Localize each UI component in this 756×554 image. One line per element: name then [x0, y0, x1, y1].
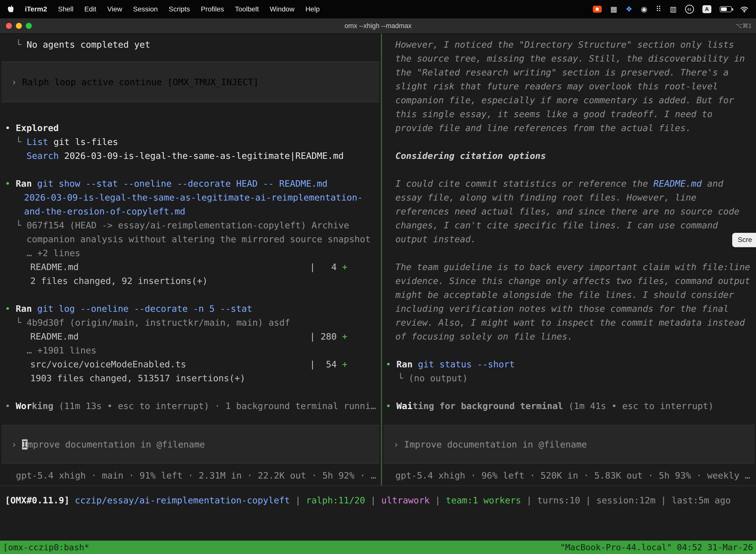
explored-title: Explored — [16, 123, 59, 133]
commit-message: 067f154 (HEAD -> essay/ai-reimplementati… — [26, 220, 349, 230]
input-source-icon[interactable]: A — [702, 5, 711, 13]
menu-shell[interactable]: Shell — [58, 5, 73, 13]
ralph-progress: ralph:11/20 — [306, 495, 365, 505]
waiting-status-line: • Waiting for background terminal (1m 41… — [382, 399, 756, 413]
waiting-shimmer: Wai — [396, 401, 413, 411]
list-command-line: └ List git ls-files — [0, 135, 381, 149]
reasoning-line: However, I noticed the "Directory Struct… — [382, 38, 756, 52]
log-commit-line: └ 4b9d30f (origin/main, instructkr/main,… — [0, 316, 381, 330]
reasoning-paragraph-1: However, I noticed the "Directory Struct… — [382, 38, 756, 135]
blue-app-icon[interactable]: ❖ — [626, 5, 632, 13]
model-status-left: gpt-5.4 xhigh · main · 91% left · 2.31M … — [0, 468, 381, 483]
tmux-host-time-label: "MacBook-Pro-44.local" 04:52 31-Mar-26 — [560, 542, 753, 552]
screen-recording-indicator[interactable] — [593, 6, 602, 13]
commit-line-cont: companion analysis without altering the … — [0, 232, 381, 246]
menu-view[interactable]: View — [107, 5, 122, 13]
reasoning-line: slight risk that future readers may over… — [382, 79, 756, 93]
screen-share-tooltip[interactable]: Scre — [732, 233, 756, 247]
waiting-label: ting for background terminal — [413, 401, 563, 411]
reasoning-line: of focusing solely on file lines. — [382, 330, 756, 343]
tree-glyph: └ — [16, 137, 26, 147]
session-stats: turns:10 | session:12m | last:5m ago — [537, 495, 731, 505]
reasoning-line: provide file and line references from th… — [382, 121, 756, 135]
explored-header: • Explored — [0, 121, 381, 135]
ultrawork-mode: ultrawork — [381, 495, 430, 505]
battery-icon[interactable] — [720, 6, 732, 12]
ran-label: Ran — [16, 178, 37, 189]
menu-edit[interactable]: Edit — [84, 5, 96, 13]
window-hotkey-label: ⌥⌘1 — [736, 22, 756, 29]
search-args: 2026-03-09-is-legal-the-same-as-legitima… — [59, 151, 344, 161]
battery-percent-gauge-icon[interactable]: 61 — [685, 5, 694, 14]
reasoning-text: and — [702, 178, 723, 189]
git-log-command: git log --oneline --decorate -n 5 --stat — [37, 303, 252, 314]
diffstat-summary: 2 files changed, 92 insertions(+) — [0, 274, 381, 288]
omx-version: [OMX#0.11.9] — [5, 495, 69, 505]
reasoning-line: review. Also, I might want to inspect th… — [382, 316, 756, 330]
tmux-panes: └ No agents completed yet › Ralph loop a… — [0, 34, 756, 486]
menu-profiles[interactable]: Profiles — [201, 5, 224, 13]
tree-glyph: └ — [16, 220, 26, 230]
reasoning-paragraph-3: The team guideline is to back every impo… — [382, 260, 756, 343]
prompt-input-right[interactable]: › Improve documentation in @filename — [383, 425, 755, 464]
essay-filename-line2: and-the-erosion-of-copyleft.md — [0, 205, 381, 218]
ralph-loop-text: Ralph loop active continue [OMX_TMUX_INJ… — [22, 77, 259, 87]
reasoning-line: this single essay, it seems like a good … — [382, 107, 756, 121]
tree-glyph: └ — [16, 40, 26, 50]
no-output-text: (no output) — [408, 373, 467, 383]
menu-window[interactable]: Window — [270, 5, 295, 13]
waiting-detail: (1m 41s • esc to interrupt) — [563, 401, 713, 411]
commit-line: └ 067f154 (HEAD -> essay/ai-reimplementa… — [0, 218, 381, 232]
diffstat-plus: + — [342, 359, 348, 369]
search-command-line: Search 2026-03-09-is-legal-the-same-as-l… — [0, 149, 381, 163]
git-show-command: git show --stat --oneline --decorate HEA… — [37, 178, 327, 189]
ran-git-show-line: • Ran git show --stat --oneline --decora… — [0, 177, 381, 190]
apple-menu-icon[interactable] — [7, 5, 14, 13]
statusbar-divider — [0, 486, 756, 486]
list-action: List — [26, 137, 48, 147]
prompt-input-left[interactable]: › Improve documentation in @filename — [1, 425, 379, 464]
tmux-session-label: [omx-cczip0:bash* — [3, 542, 89, 552]
working-shimmer: Wor — [16, 401, 32, 411]
reasoning-text: I could cite commit statistics or refere… — [395, 178, 653, 189]
diffstat-plus: + — [342, 262, 348, 272]
menu-session[interactable]: Session — [133, 5, 158, 13]
diffstat-plus: + — [342, 331, 348, 341]
essay-filename-line1: 2026-03-09-is-legal-the-same-as-legitima… — [0, 190, 381, 205]
battery-percent-value: 61 — [688, 7, 692, 11]
reasoning-line: companion file, especially if more comme… — [382, 93, 756, 107]
menu-toolbelt[interactable]: Toolbelt — [235, 5, 259, 13]
right-terminal-pane[interactable]: However, I noticed the "Directory Struct… — [382, 34, 756, 486]
wifi-icon[interactable] — [740, 6, 749, 13]
grid-icon[interactable]: ▦ — [610, 5, 617, 13]
ran-label: Ran — [396, 359, 418, 369]
menu-scripts[interactable]: Scripts — [169, 5, 190, 13]
minimize-button[interactable] — [16, 23, 22, 29]
tmux-status-bar: [omx-cczip0:bash* "MacBook-Pro-44.local"… — [0, 541, 756, 554]
menu-iterm2[interactable]: iTerm2 — [25, 5, 47, 13]
bullet-icon: • — [5, 178, 16, 189]
zoom-button[interactable] — [26, 23, 32, 29]
reasoning-paragraph-2: essay file, along with finding root file… — [382, 190, 756, 246]
working-status-line: • Working (11m 13s • esc to interrupt) ·… — [0, 399, 381, 413]
log-commit-message: 4b9d30f (origin/main, instructkr/main, m… — [26, 318, 290, 328]
reasoning-line: the source tree, missing the essay. Stil… — [382, 52, 756, 65]
menu-help[interactable]: Help — [305, 5, 320, 13]
stats-icon[interactable]: ▥ — [670, 5, 677, 13]
window-title-bar[interactable]: omx --xhigh --madmax ⌥⌘1 — [0, 18, 756, 34]
working-detail: (11m 13s • esc to interrupt) · 1 backgro… — [53, 401, 376, 411]
battery-fill — [721, 7, 727, 11]
diffstat-text: src/voice/voiceModeEnabled.ts | 54 — [30, 359, 342, 369]
more-lines-indicator: … +1901 lines — [0, 343, 381, 357]
reasoning-line: including verification notes with those … — [382, 302, 756, 316]
circle-app-icon[interactable]: ◉ — [641, 5, 647, 13]
ran-git-log-line: • Ran git log --oneline --decorate -n 5 … — [0, 302, 381, 316]
reasoning-line: references need actual files, and since … — [382, 205, 756, 218]
reasoning-line: might be acceptable alongside the file l… — [382, 288, 756, 302]
bullet-icon: • — [5, 123, 16, 133]
diffstat-line: README.md | 4 + — [0, 260, 381, 274]
left-terminal-pane[interactable]: └ No agents completed yet › Ralph loop a… — [0, 34, 382, 486]
close-button[interactable] — [6, 23, 12, 29]
dots-grid-icon[interactable]: ⠿ — [656, 5, 661, 13]
bullet-icon: • — [386, 401, 396, 411]
